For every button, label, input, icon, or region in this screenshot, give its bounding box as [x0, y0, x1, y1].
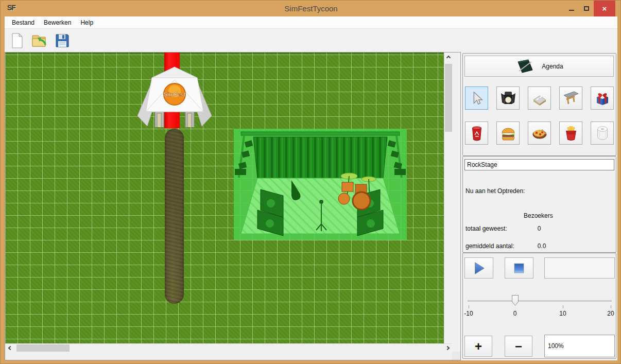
now-performing-label: Nu aan het Optreden: — [465, 187, 525, 195]
average-visitors-label: gemiddeld aantal: — [465, 242, 514, 250]
tick-20 — [611, 305, 611, 308]
minimize-button[interactable] — [564, 1, 579, 16]
slider-label-10: 10 — [555, 310, 571, 317]
open-file-icon — [31, 32, 48, 49]
trash-can-icon — [469, 125, 485, 142]
slider-label-minus10: -10 — [461, 310, 476, 317]
zoom-in-button[interactable]: + — [464, 336, 492, 357]
stage-info-group: Nu aan het Optreden: Bezoekers totaal ge… — [462, 156, 616, 253]
fries-icon — [563, 125, 579, 142]
tent-logo-text: SimFest — [164, 91, 186, 97]
play-icon — [471, 261, 487, 276]
speed-slider-thumb[interactable] — [512, 295, 519, 306]
total-visitors-value: 0 — [524, 225, 555, 232]
play-button[interactable] — [464, 257, 493, 279]
save-icon — [54, 32, 71, 49]
spotlight-icon — [500, 90, 516, 107]
tool-gift[interactable] — [591, 86, 614, 110]
new-file-icon — [9, 32, 25, 49]
new-file-button[interactable] — [8, 31, 26, 50]
dirt-path[interactable] — [165, 129, 184, 304]
cursor-icon — [469, 91, 485, 106]
vertical-scroll-thumb[interactable] — [445, 64, 452, 132]
app-window: SF SimFestTycoon × Bestand Bewerken Help — [0, 0, 621, 364]
gate-icon — [563, 90, 579, 107]
open-file-button[interactable] — [30, 31, 49, 50]
horizontal-scrollbar[interactable] — [5, 343, 452, 352]
tick-10 — [563, 305, 563, 308]
vertical-scrollbar[interactable] — [444, 53, 452, 352]
burger-icon — [500, 126, 516, 141]
scroll-left-arrow[interactable] — [5, 344, 13, 352]
scrollbar-corner — [452, 352, 460, 360]
horizontal-scroll-thumb[interactable] — [16, 344, 70, 352]
tool-select-cursor[interactable] — [465, 86, 488, 110]
zoom-level-field[interactable]: 100% — [544, 335, 615, 357]
tools-group: Agenda — [462, 53, 616, 156]
tick-minus10 — [469, 305, 469, 308]
close-button[interactable]: × — [594, 1, 615, 16]
tool-trash-can[interactable] — [465, 122, 488, 145]
menu-bestand[interactable]: Bestand — [7, 17, 39, 28]
menu-help[interactable]: Help — [76, 17, 98, 28]
status-panel — [544, 257, 615, 279]
pizza-icon — [531, 126, 548, 141]
toolbar — [5, 29, 617, 52]
tool-toilet-paper[interactable] — [591, 122, 614, 145]
close-icon: × — [602, 5, 607, 12]
tool-pizza[interactable] — [528, 122, 551, 145]
visitors-header: Bezoekers — [524, 212, 553, 219]
gift-icon — [594, 90, 611, 107]
average-visitors-value: 0.0 — [526, 242, 557, 250]
tool-stage-light[interactable] — [496, 86, 520, 110]
window-title: SimFestTycoon — [1, 1, 621, 16]
agenda-button[interactable]: Agenda — [464, 56, 614, 77]
stop-icon — [512, 262, 526, 275]
menu-bewerken[interactable]: Bewerken — [39, 17, 76, 28]
scroll-up-arrow[interactable] — [444, 53, 452, 61]
save-file-button[interactable] — [53, 31, 72, 50]
maximize-icon — [584, 6, 589, 11]
tool-burger[interactable] — [496, 122, 520, 145]
menubar: Bestand Bewerken Help — [5, 16, 617, 29]
sidebar: Agenda — [462, 52, 617, 360]
titlebar: SF SimFestTycoon × — [1, 1, 621, 16]
toilet-paper-icon — [595, 125, 610, 142]
slider-label-0: 0 — [507, 310, 523, 317]
slider-label-20: 20 — [603, 310, 618, 317]
playback-group: -10 0 10 20 + − 100% — [462, 253, 616, 359]
entrance-tent[interactable]: SimFest — [136, 64, 213, 127]
tool-gate[interactable] — [559, 86, 582, 110]
minimize-icon — [569, 10, 574, 11]
festival-map[interactable]: SimFest — [5, 53, 452, 352]
zoom-out-button[interactable]: − — [505, 336, 532, 357]
tool-fries[interactable] — [559, 122, 582, 145]
stage-name-input[interactable] — [464, 159, 614, 170]
agenda-book-icon — [515, 59, 536, 74]
map-viewport: SimFest — [5, 52, 461, 360]
speed-slider-track[interactable] — [468, 300, 612, 302]
rock-stage[interactable] — [234, 129, 407, 240]
stop-button[interactable] — [505, 257, 533, 279]
maximize-button[interactable] — [579, 1, 594, 16]
agenda-label: Agenda — [542, 63, 563, 70]
scroll-right-arrow[interactable] — [444, 344, 452, 352]
road-tile-icon — [531, 90, 548, 107]
total-visitors-label: totaal geweest: — [465, 225, 507, 232]
tool-road[interactable] — [528, 86, 551, 110]
